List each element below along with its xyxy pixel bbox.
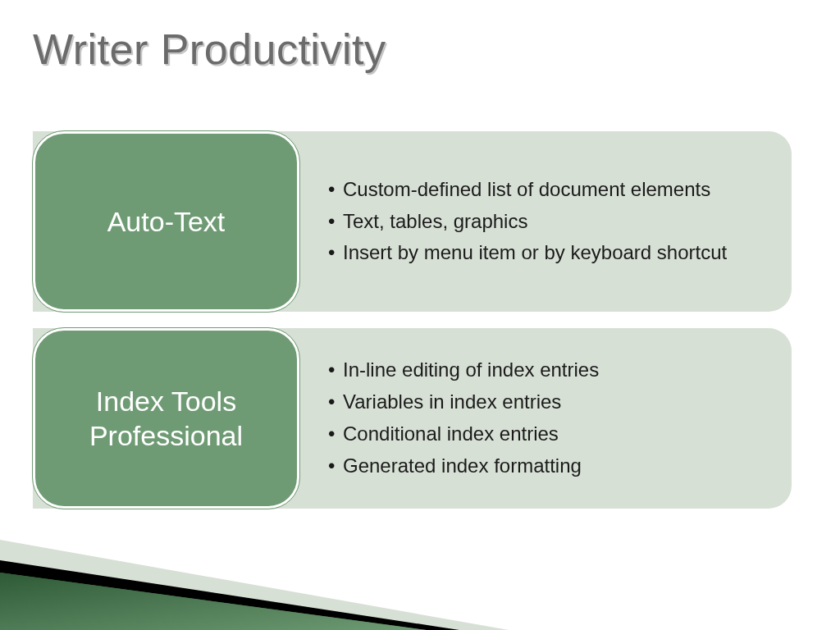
svg-marker-2 [0, 573, 427, 630]
bullet-item: Custom-defined list of document elements [328, 176, 767, 204]
bullet-item: Conditional index entries [328, 420, 767, 449]
slide-title: Writer Productivity [33, 25, 386, 74]
bullet-item: In-line editing of index entries [328, 356, 767, 385]
feature-badge: Auto-Text [33, 131, 299, 312]
bullet-item: Insert by menu item or by keyboard short… [328, 239, 767, 267]
bullet-item: Variables in index entries [328, 388, 767, 417]
feature-row-autotext: Custom-defined list of document elements… [33, 131, 792, 312]
slide: Writer Productivity Custom-defined list … [0, 0, 840, 630]
svg-marker-0 [0, 540, 509, 630]
decorative-wedge-icon [0, 515, 509, 630]
svg-marker-3 [0, 573, 427, 630]
svg-marker-1 [0, 560, 459, 630]
feature-badge: Index Tools Professional [33, 328, 299, 509]
feature-row-indextools: In-line editing of index entries Variabl… [33, 328, 792, 509]
bullet-item: Text, tables, graphics [328, 208, 767, 236]
bullet-item: Generated index formatting [328, 452, 767, 481]
